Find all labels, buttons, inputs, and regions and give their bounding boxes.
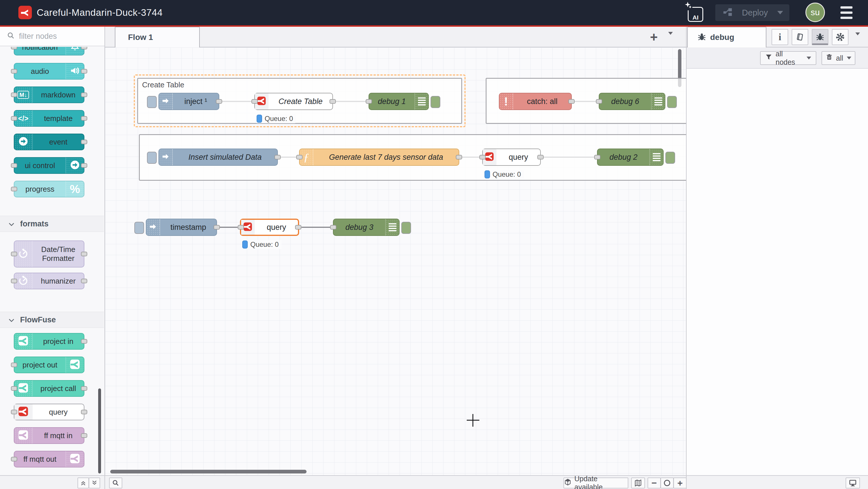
palette-node-project-call[interactable]: project call <box>14 380 84 397</box>
tab-debug[interactable]: debug <box>687 27 766 48</box>
palette-node-ui-control[interactable]: ui control <box>14 157 84 174</box>
palette-scroll-up-button[interactable] <box>78 478 89 488</box>
palette-scrollbar[interactable] <box>98 389 101 473</box>
canvas-search-button[interactable] <box>109 478 122 488</box>
filter-nodes-input[interactable] <box>19 32 94 41</box>
output-port[interactable] <box>81 410 87 414</box>
input-port[interactable] <box>11 92 17 97</box>
palette-section-formats[interactable]: formats <box>0 216 104 232</box>
output-port[interactable] <box>81 116 87 121</box>
debug-toggle-button[interactable] <box>431 96 440 108</box>
user-avatar[interactable]: su <box>805 3 825 22</box>
output-port[interactable] <box>81 47 87 50</box>
node-query[interactable]: query <box>240 219 299 236</box>
node-debug-3[interactable]: debug 3 <box>333 219 400 236</box>
node-inject-[interactable]: inject ¹ <box>158 93 219 110</box>
palette-node-project-in[interactable]: project in <box>14 333 84 350</box>
node-query[interactable]: query <box>482 148 541 166</box>
sidebar-collapse-caret[interactable] <box>856 35 860 40</box>
inject-trigger-button[interactable] <box>147 152 157 164</box>
node-debug-1[interactable]: debug 1 <box>369 93 429 110</box>
input-port[interactable] <box>11 410 17 414</box>
palette-node-date-time-formatter[interactable]: Date/Time Formatter <box>14 240 84 267</box>
node-insert-simulated-data[interactable]: Insert simulated Data <box>158 148 278 166</box>
debug-toggle-button[interactable] <box>665 152 675 164</box>
deploy-caret-icon[interactable] <box>777 11 783 15</box>
palette-node-notification[interactable]: notification <box>14 47 84 55</box>
palette-node-ff-mqtt-out[interactable]: ff mqtt out <box>14 451 84 467</box>
input-port[interactable] <box>11 69 17 74</box>
input-port[interactable] <box>296 155 303 160</box>
output-port[interactable] <box>81 92 87 97</box>
output-port[interactable] <box>81 252 87 256</box>
main-menu-button[interactable] <box>840 6 852 19</box>
zoom-in-button[interactable]: + <box>673 478 687 488</box>
palette-node-template[interactable]: </>template <box>14 110 84 127</box>
output-port[interactable] <box>537 155 544 160</box>
output-port[interactable] <box>81 433 87 438</box>
input-port[interactable] <box>11 163 17 168</box>
flow-canvas[interactable]: Create Tableinject ¹Create TableQueue: 0… <box>105 48 686 475</box>
palette-node-event[interactable]: event <box>14 134 84 150</box>
output-port[interactable] <box>214 225 220 230</box>
output-port[interactable] <box>216 99 222 104</box>
debug-toggle-button[interactable] <box>401 222 411 234</box>
output-port[interactable] <box>81 279 87 283</box>
input-port[interactable] <box>11 187 17 191</box>
input-port[interactable] <box>330 225 336 230</box>
output-port[interactable] <box>81 69 87 74</box>
node-create-table[interactable]: Create Table <box>254 93 333 110</box>
open-dashboard-button[interactable] <box>846 478 860 488</box>
output-port[interactable] <box>81 386 87 391</box>
palette-node-project-out[interactable]: project out <box>14 356 84 373</box>
input-port[interactable] <box>251 99 258 104</box>
output-port[interactable] <box>274 155 281 160</box>
debug-tab-button[interactable] <box>812 29 828 45</box>
input-port[interactable] <box>11 116 17 121</box>
minimap-button[interactable] <box>631 478 645 488</box>
debug-clear-button[interactable]: all <box>822 51 856 65</box>
input-port[interactable] <box>11 252 17 256</box>
output-port[interactable] <box>81 140 87 144</box>
node-debug-2[interactable]: debug 2 <box>597 148 663 166</box>
node-timestamp[interactable]: timestamp <box>146 219 217 236</box>
zoom-out-button[interactable]: − <box>648 478 661 488</box>
input-port[interactable] <box>596 99 602 104</box>
palette-section-flowfuse[interactable]: FlowFuse <box>0 312 104 328</box>
output-port[interactable] <box>330 99 336 104</box>
input-port[interactable] <box>11 47 17 50</box>
input-port[interactable] <box>238 225 244 230</box>
help-tab-button[interactable] <box>792 29 808 45</box>
config-tab-button[interactable] <box>832 29 848 45</box>
output-port[interactable] <box>81 163 87 168</box>
debug-toggle-button[interactable] <box>667 96 677 108</box>
input-port[interactable] <box>366 99 372 104</box>
output-port[interactable] <box>81 339 87 344</box>
output-port[interactable] <box>295 225 301 230</box>
update-available-button[interactable]: Update available <box>563 478 628 488</box>
palette-node-ff-mqtt-in[interactable]: ff mqtt in <box>14 427 84 444</box>
palette-scroll-down-button[interactable] <box>89 478 100 488</box>
add-flow-button[interactable]: + <box>646 29 662 45</box>
node-debug-6[interactable]: debug 6 <box>599 93 665 110</box>
debug-filter-button[interactable]: all nodes <box>760 51 816 65</box>
palette-node-humanizer[interactable]: humanizer <box>14 272 84 289</box>
palette-node-audio[interactable]: audio <box>14 63 84 80</box>
input-port[interactable] <box>479 155 486 160</box>
input-port[interactable] <box>594 155 600 160</box>
output-port[interactable] <box>456 155 462 160</box>
node-catch-all[interactable]: !catch: all <box>499 93 572 110</box>
flow-list-caret[interactable] <box>668 35 673 40</box>
palette-node-query[interactable]: query <box>14 404 84 420</box>
zoom-reset-button[interactable] <box>660 478 674 488</box>
inject-trigger-button[interactable] <box>134 222 144 234</box>
tab-flow-1[interactable]: Flow 1 <box>115 27 200 48</box>
deploy-button[interactable]: Deploy <box>715 4 789 21</box>
palette-node-markdown[interactable]: M↓markdown <box>14 86 84 103</box>
palette-node-progress[interactable]: progress% <box>14 181 84 197</box>
input-port[interactable] <box>11 457 17 461</box>
input-port[interactable] <box>11 279 17 283</box>
node-generate-last-7-days-sensor-data[interactable]: ƒGenerate last 7 days sensor data <box>299 148 459 166</box>
input-port[interactable] <box>11 386 17 391</box>
info-tab-button[interactable]: i <box>772 29 788 45</box>
